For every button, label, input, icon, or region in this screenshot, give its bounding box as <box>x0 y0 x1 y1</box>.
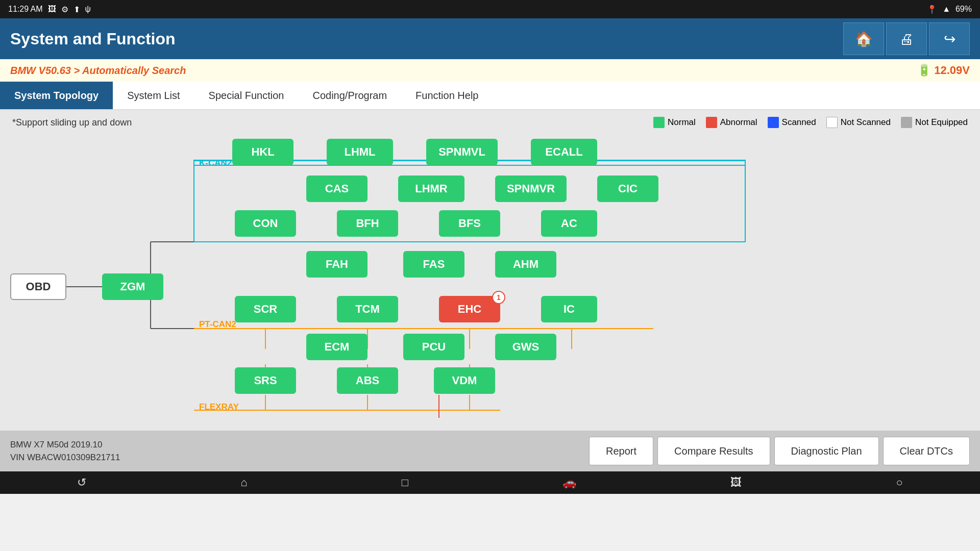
battery-display: 69% <box>955 5 972 14</box>
scanned-label: Scanned <box>782 117 816 128</box>
scanned-dot <box>768 117 779 128</box>
vehicle-info: BMW X7 M50d 2019.10 VIN WBACW010309B2171… <box>10 438 120 464</box>
home-nav-icon[interactable]: ⌂ <box>240 476 247 489</box>
kcan2-label: K-CAN2 <box>199 158 232 168</box>
breadcrumb: BMW V50.63 > Automatically Search <box>10 65 186 77</box>
node-vdm[interactable]: VDM <box>434 367 495 394</box>
node-srs[interactable]: SRS <box>235 367 296 394</box>
info-bar: *Support sliding up and down Normal Abno… <box>0 110 980 135</box>
node-con[interactable]: CON <box>235 210 296 237</box>
status-bar: 11:29 AM 🖼 ⚙ ⬆ ψ 📍 ▲ 69% <box>0 0 980 18</box>
exit-button[interactable]: ↪ <box>929 22 970 55</box>
node-fas[interactable]: FAS <box>403 251 464 278</box>
action-bar: BMW X7 M50d 2019.10 VIN WBACW010309B2171… <box>0 431 980 471</box>
tab-function-help[interactable]: Function Help <box>401 82 493 109</box>
nav-bar: ↺ ⌂ □ 🚗 🖼 ○ <box>0 471 980 494</box>
action-buttons: Report Compare Results Diagnostic Plan C… <box>589 437 970 465</box>
settings-icon: ⚙ <box>61 5 68 14</box>
vehicle-vin: VIN WBACW010309B21711 <box>10 451 120 464</box>
node-fah[interactable]: FAH <box>306 251 368 278</box>
voltage-value: 12.09V <box>934 64 970 77</box>
not-scanned-label: Not Scanned <box>841 117 891 128</box>
home-button[interactable]: 🏠 <box>843 22 884 55</box>
header: System and Function 🏠 🖨 ↪ <box>0 18 980 59</box>
signal-icon: ψ <box>85 5 91 14</box>
node-ecm[interactable]: ECM <box>306 334 368 360</box>
time-display: 11:29 AM <box>8 5 43 14</box>
wifi-icon: ▲ <box>942 5 950 14</box>
status-left: 11:29 AM 🖼 ⚙ ⬆ ψ <box>8 5 91 14</box>
node-obd[interactable]: OBD <box>10 273 66 300</box>
node-bfs[interactable]: BFS <box>439 210 500 237</box>
location-icon: 📍 <box>927 5 937 14</box>
normal-label: Normal <box>668 117 696 128</box>
node-abs[interactable]: ABS <box>337 367 398 394</box>
header-icons: 🏠 🖨 ↪ <box>843 22 970 55</box>
normal-dot <box>653 117 665 128</box>
node-tcm[interactable]: TCM <box>337 296 398 322</box>
node-cic[interactable]: CIC <box>597 176 658 202</box>
node-ecall[interactable]: ECALL <box>531 139 597 165</box>
tab-system-list[interactable]: System List <box>113 82 194 109</box>
circle-nav-icon[interactable]: ○ <box>896 476 903 489</box>
page-title: System and Function <box>10 30 176 48</box>
square-nav-icon[interactable]: □ <box>402 476 408 489</box>
battery-icon: 🔋 <box>917 64 931 77</box>
node-bfh[interactable]: BFH <box>337 210 398 237</box>
breadcrumb-bar: BMW V50.63 > Automatically Search 🔋 12.0… <box>0 59 980 82</box>
node-spnmvr[interactable]: SPNMVR <box>495 176 567 202</box>
status-right: 📍 ▲ 69% <box>927 5 972 14</box>
support-text: *Support sliding up and down <box>12 117 132 128</box>
node-hkl[interactable]: HKL <box>232 139 293 165</box>
car-nav-icon[interactable]: 🚗 <box>562 476 576 489</box>
voltage-display: 🔋 12.09V <box>917 64 970 77</box>
not-equipped-label: Not Equipped <box>915 117 968 128</box>
abnormal-dot <box>706 117 717 128</box>
legend-not-scanned: Not Scanned <box>826 117 891 128</box>
node-ac[interactable]: AC <box>541 210 597 237</box>
upload-icon: ⬆ <box>74 5 80 14</box>
legend-abnormal: Abnormal <box>706 117 757 128</box>
node-ic[interactable]: IC <box>541 296 597 322</box>
node-gws[interactable]: GWS <box>495 334 556 360</box>
abnormal-label: Abnormal <box>720 117 757 128</box>
tab-system-topology[interactable]: System Topology <box>0 82 113 109</box>
legend-scanned: Scanned <box>768 117 816 128</box>
node-pcu[interactable]: PCU <box>403 334 464 360</box>
node-cas[interactable]: CAS <box>306 176 368 202</box>
tabs: System Topology System List Special Func… <box>0 82 980 110</box>
flexray-label: FLEXRAY <box>199 402 239 412</box>
diagnostic-plan-button[interactable]: Diagnostic Plan <box>774 437 879 465</box>
tab-special-function[interactable]: Special Function <box>194 82 299 109</box>
compare-results-button[interactable]: Compare Results <box>657 437 770 465</box>
vehicle-model: BMW X7 M50d 2019.10 <box>10 438 120 452</box>
node-zgm[interactable]: ZGM <box>102 273 163 300</box>
not-scanned-dot <box>826 117 838 128</box>
ptcan2-label: PT-CAN2 <box>199 319 236 330</box>
back-nav-icon[interactable]: ↺ <box>77 476 86 489</box>
ehc-badge: 1 <box>492 291 505 304</box>
node-spnmvl[interactable]: SPNMVL <box>426 139 498 165</box>
node-lhmr[interactable]: LHMR <box>398 176 464 202</box>
node-ehc[interactable]: EHC 1 <box>439 296 500 322</box>
node-ahm[interactable]: AHM <box>495 251 556 278</box>
tab-coding-program[interactable]: Coding/Program <box>298 82 401 109</box>
node-lhml[interactable]: LHML <box>327 139 393 165</box>
print-button[interactable]: 🖨 <box>886 22 927 55</box>
photo-icon: 🖼 <box>48 5 56 14</box>
report-button[interactable]: Report <box>589 437 653 465</box>
node-scr[interactable]: SCR <box>235 296 296 322</box>
legend: Normal Abnormal Scanned Not Scanned Not … <box>653 117 968 128</box>
legend-normal: Normal <box>653 117 696 128</box>
not-equipped-dot <box>901 117 912 128</box>
topology-area: K-CAN2 PT-CAN2 FLEXRAY HKL LHML SPNMVL E… <box>0 135 980 431</box>
image-nav-icon[interactable]: 🖼 <box>730 476 742 489</box>
legend-not-equipped: Not Equipped <box>901 117 968 128</box>
clear-dtcs-button[interactable]: Clear DTCs <box>883 437 970 465</box>
